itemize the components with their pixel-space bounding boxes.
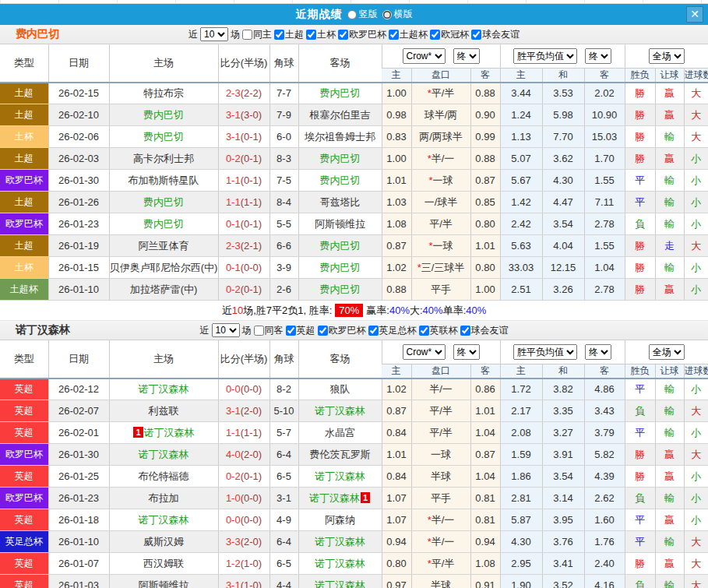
layout-radio-horizontal[interactable]: 横版 bbox=[382, 8, 413, 21]
match-count-select[interactable]: 10 bbox=[212, 323, 240, 337]
league-checkbox[interactable]: 英联杯 bbox=[419, 324, 458, 337]
avg-away-cell: 4.39 bbox=[584, 466, 625, 488]
league-checkbox[interactable]: 土超杯 bbox=[389, 28, 428, 41]
final-select[interactable]: 终 bbox=[585, 48, 611, 64]
league-checkbox[interactable]: 欧罗巴杯 bbox=[318, 324, 366, 337]
away-team-cell: 诺丁汉森林 bbox=[298, 553, 382, 575]
sub-column-header: 盘口 bbox=[411, 68, 470, 83]
fulltime-score: 0-1 bbox=[226, 262, 241, 273]
scope-select[interactable]: 全场 bbox=[649, 48, 685, 64]
fulltime-score: 1-2 bbox=[226, 558, 241, 569]
handicap-value: 平手 bbox=[431, 283, 451, 295]
result-handicap-cell: 輸 bbox=[655, 531, 684, 553]
final-select[interactable]: 终 bbox=[453, 344, 480, 360]
handicap-cell: *三/三球半 bbox=[411, 257, 470, 279]
result-handicap-cell: 贏 bbox=[655, 104, 684, 126]
corner-cell: 6-0 bbox=[269, 126, 298, 148]
sub-column-header: 客 bbox=[470, 364, 500, 379]
home-team-cell: 利兹联 bbox=[109, 400, 218, 422]
handicap-cell: *一球 bbox=[411, 170, 470, 192]
league-checkbox-input[interactable] bbox=[419, 326, 429, 336]
avg-home-cell: 1.13 bbox=[500, 126, 542, 148]
league-checkbox[interactable]: 土超 bbox=[274, 28, 304, 41]
league-checkbox-input[interactable] bbox=[389, 30, 399, 40]
score-cell: 1-1(0-1) bbox=[218, 170, 269, 192]
red-card-badge: 1 bbox=[361, 492, 370, 503]
avg-away-cell: 4.16 bbox=[584, 575, 625, 588]
avg-home-cell: 2.81 bbox=[500, 488, 542, 509]
match-count-select[interactable]: 10 bbox=[200, 27, 228, 41]
column-header: 比分(半场) bbox=[218, 340, 269, 379]
league-checkbox-input[interactable] bbox=[318, 326, 328, 336]
result-handicap-cell: 輸 bbox=[655, 422, 684, 444]
league-type-cell: 土杯 bbox=[0, 257, 48, 279]
result-handicap-cell: 輸 bbox=[655, 170, 684, 192]
final-select[interactable]: 终 bbox=[585, 344, 611, 360]
average-select[interactable]: 胜平负均值 bbox=[513, 48, 577, 64]
home-team-cell: 费内巴切 bbox=[109, 126, 218, 148]
league-checkbox-input[interactable] bbox=[368, 326, 379, 336]
handicap-cell: 球半/两 bbox=[411, 104, 470, 126]
league-checkbox[interactable]: 欧罗巴杯 bbox=[338, 28, 386, 41]
fulltime-score: 0-2 bbox=[226, 153, 241, 164]
halftime-score: (0-0) bbox=[241, 262, 262, 273]
scope-select[interactable]: 全场 bbox=[649, 344, 685, 360]
sub-column-header: 胜负 bbox=[625, 364, 655, 379]
league-type-cell: 英超 bbox=[0, 509, 48, 531]
result-handicap-cell: 輸 bbox=[655, 213, 684, 235]
result-goals-cell: 小 bbox=[684, 279, 708, 301]
away-odds-cell: 1.04 bbox=[470, 422, 500, 444]
close-button[interactable]: ✕ bbox=[686, 6, 703, 23]
away-team-name: 费内巴切 bbox=[320, 174, 361, 186]
handicap-value: 平/半 bbox=[429, 405, 453, 417]
league-checkbox-input[interactable] bbox=[460, 326, 470, 336]
home-odds-cell: 0.80 bbox=[382, 553, 411, 575]
average-group-header: 胜平负均值终 bbox=[500, 340, 625, 364]
league-checkbox[interactable]: 球会友谊 bbox=[460, 324, 509, 337]
league-checkbox[interactable]: 欧冠杯 bbox=[430, 28, 469, 41]
handicap-cell: *半/一 bbox=[411, 509, 470, 531]
corner-cell: 5-5 bbox=[269, 213, 298, 235]
avg-home-cell: 1.24 bbox=[500, 104, 542, 126]
league-checkbox-input[interactable] bbox=[338, 30, 348, 40]
vertical-radio-input[interactable] bbox=[347, 10, 357, 19]
same-venue-checkbox[interactable]: 同主 bbox=[242, 28, 272, 41]
avg-home-cell: 2.08 bbox=[500, 422, 542, 444]
final-select[interactable]: 终 bbox=[453, 48, 480, 64]
bookmaker-select[interactable]: Crow* bbox=[403, 344, 446, 360]
result-goals-cell: 小 bbox=[684, 170, 708, 192]
away-odds-cell: 1.08 bbox=[470, 553, 500, 575]
result-handicap-cell: 贏 bbox=[655, 83, 684, 104]
home-odds-cell: 1.07 bbox=[382, 509, 411, 531]
league-checkbox[interactable]: 英超 bbox=[286, 324, 315, 337]
bookmaker-select[interactable]: Crow* bbox=[403, 48, 446, 64]
layout-radio-vertical[interactable]: 竖版 bbox=[347, 8, 378, 21]
league-checkbox-input[interactable] bbox=[471, 30, 481, 40]
sub-column-header: 胜负 bbox=[625, 68, 655, 83]
sub-column-header: 主 bbox=[500, 68, 542, 83]
league-checkbox[interactable]: 球会友谊 bbox=[471, 28, 520, 41]
same-venue-input[interactable] bbox=[242, 30, 252, 40]
horizontal-radio-input[interactable] bbox=[382, 10, 392, 19]
halftime-score: (0-0) bbox=[241, 514, 262, 526]
halftime-score: (0-1) bbox=[241, 153, 262, 164]
home-team-name: 威斯汉姆 bbox=[143, 536, 184, 548]
away-team-name: 阿森纳 bbox=[325, 514, 355, 526]
league-checkbox-input[interactable] bbox=[430, 30, 440, 40]
average-select[interactable]: 胜平负均值 bbox=[513, 344, 577, 360]
league-checkbox-input[interactable] bbox=[286, 326, 296, 336]
score-cell: 3-1(3-0) bbox=[218, 104, 269, 126]
league-checkbox[interactable]: 英足总杯 bbox=[368, 324, 417, 337]
halftime-score: (2-0) bbox=[241, 405, 262, 417]
league-checkbox-input[interactable] bbox=[306, 30, 316, 40]
result-handicap-cell: 輸 bbox=[655, 575, 684, 588]
league-checkbox[interactable]: 土杯 bbox=[306, 28, 336, 41]
table-row: 英超26-01-03阿斯顿维拉3-1(1-0)4-4诺丁汉森林0.97半球0.9… bbox=[0, 575, 708, 588]
same-venue-checkbox[interactable]: 同客 bbox=[254, 324, 284, 337]
league-checkbox-input[interactable] bbox=[274, 30, 284, 40]
date-cell: 26-02-03 bbox=[48, 148, 109, 170]
summary-text: 40% bbox=[423, 305, 443, 316]
sub-column-header: 进球数 bbox=[684, 68, 708, 83]
table-row: 土超26-02-10费内巴切3-1(3-0)7-9根塞尔伯里吉0.98球半/两0… bbox=[0, 104, 708, 126]
same-venue-input[interactable] bbox=[254, 326, 264, 336]
